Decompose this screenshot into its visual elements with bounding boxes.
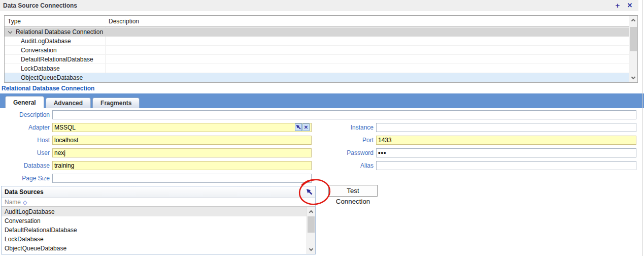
- port-input[interactable]: [376, 136, 636, 145]
- clear-x-icon: ✕: [304, 125, 308, 130]
- host-label: Host: [0, 137, 52, 144]
- list-item-label: ObjectQueueDatabase: [5, 244, 66, 253]
- port-label: Port: [324, 137, 376, 144]
- user-input[interactable]: [52, 148, 312, 157]
- app-window: Data Source Connections + ✕ Type Descrip…: [0, 0, 644, 256]
- password-label: Password: [324, 149, 376, 156]
- close-icon[interactable]: ✕: [625, 1, 634, 11]
- page-size-input[interactable]: [52, 174, 312, 183]
- column-header-description[interactable]: Description: [109, 18, 139, 25]
- data-sources-panel: Data Sources Name◇ AuditLogDatabase Conv…: [1, 186, 316, 254]
- chevron-down-icon[interactable]: [8, 29, 12, 34]
- scrollbar-thumb[interactable]: [630, 27, 637, 51]
- table-row[interactable]: Conversation: [5, 46, 629, 55]
- user-label: User: [0, 149, 52, 156]
- tab[interactable]: Fragments: [92, 98, 140, 108]
- column-header-type[interactable]: Type: [8, 18, 21, 25]
- page-size-field-row: Page Size: [0, 173, 312, 183]
- connections-scrollbar[interactable]: [629, 16, 637, 82]
- table-body: Relational Database Connection AuditLogD…: [5, 27, 629, 82]
- alias-label: Alias: [324, 162, 376, 169]
- scroll-up-icon[interactable]: [629, 16, 637, 24]
- detail-tabbar: General Advanced Fragments: [0, 93, 644, 108]
- adapter-label: Adapter: [0, 124, 52, 131]
- list-item[interactable]: Conversation: [2, 216, 307, 226]
- port-field-row: Port: [324, 135, 636, 145]
- database-input[interactable]: [52, 161, 312, 170]
- scroll-up-icon[interactable]: [307, 207, 315, 216]
- password-field-row: Password: [324, 148, 636, 157]
- sort-diamond-icon: ◇: [23, 199, 27, 205]
- host-field-row: Host: [0, 135, 312, 145]
- group-row-relational-database-connection[interactable]: Relational Database Connection: [5, 27, 629, 37]
- connection-rows: AuditLogDatabase Conversation DefaultRel…: [5, 37, 629, 82]
- tab[interactable]: Advanced: [46, 98, 91, 108]
- panel-titlebar: Data Source Connections + ✕: [0, 0, 638, 11]
- database-label: Database: [0, 162, 52, 169]
- user-field-row: User: [0, 148, 312, 157]
- adapter-field-row: Adapter: [0, 122, 312, 132]
- scrollbar-thumb[interactable]: [308, 216, 315, 233]
- list-item[interactable]: AuditLogDatabase: [2, 207, 307, 216]
- list-item-label: DefaultRelationalDatabase: [5, 226, 77, 235]
- data-sources-header: Data Sources: [2, 186, 315, 198]
- data-sources-picker-arrow-icon[interactable]: [306, 188, 313, 196]
- list-item-label: AuditLogDatabase: [5, 207, 55, 216]
- table-row[interactable]: AuditLogDatabase: [5, 37, 629, 46]
- clear-button[interactable]: ✕: [302, 123, 310, 131]
- tab[interactable]: General: [5, 96, 44, 108]
- adapter-picker-buttons: ✕: [295, 123, 310, 131]
- cursor-arrow-icon: [296, 124, 301, 130]
- scroll-down-icon[interactable]: [629, 74, 637, 82]
- group-row-label: Relational Database Connection: [16, 27, 103, 37]
- table-row[interactable]: ObjectQueueDatabase: [5, 73, 629, 82]
- row-type-cell: ObjectQueueDatabase: [21, 73, 83, 82]
- instance-label: Instance: [324, 124, 376, 131]
- instance-input[interactable]: [376, 123, 636, 132]
- adapter-input[interactable]: [52, 123, 312, 132]
- column-header-name: Name◇: [5, 198, 27, 207]
- alias-field-row: Alias: [324, 161, 636, 170]
- host-input[interactable]: [52, 136, 312, 145]
- window-edge-divider: [642, 0, 643, 256]
- table-header-row: Type Description: [5, 16, 637, 27]
- alias-input[interactable]: [376, 161, 636, 170]
- picker-arrow-button[interactable]: [295, 123, 302, 131]
- list-item[interactable]: ObjectQueueDatabase: [2, 244, 307, 253]
- list-item-label: LockDatabase: [5, 235, 44, 244]
- data-sources-title: Data Sources: [5, 188, 44, 196]
- scroll-down-icon[interactable]: [307, 245, 315, 254]
- list-item-label: Conversation: [5, 216, 41, 226]
- data-sources-column-header[interactable]: Name◇: [2, 198, 315, 207]
- table-row[interactable]: LockDatabase: [5, 64, 629, 73]
- description-label: Description: [0, 111, 52, 118]
- connections-table: Type Description Relational Database Con…: [4, 15, 638, 83]
- add-icon[interactable]: +: [613, 1, 622, 11]
- test-connection-button[interactable]: Test Connection: [328, 185, 378, 197]
- table-row[interactable]: DefaultRelationalDatabase: [5, 55, 629, 64]
- panel-title: Data Source Connections: [3, 2, 77, 9]
- data-sources-list: AuditLogDatabase Conversation DefaultRel…: [2, 207, 307, 253]
- row-type-cell: AuditLogDatabase: [21, 37, 71, 46]
- password-input[interactable]: [376, 148, 636, 157]
- row-type-cell: DefaultRelationalDatabase: [21, 55, 93, 64]
- row-type-cell: Conversation: [21, 46, 57, 55]
- description-input[interactable]: [52, 110, 636, 119]
- list-item[interactable]: DefaultRelationalDatabase: [2, 226, 307, 235]
- detail-heading: Relational Database Connection: [2, 85, 94, 92]
- data-sources-scrollbar[interactable]: [307, 207, 315, 254]
- row-type-cell: LockDatabase: [21, 64, 60, 73]
- instance-field-row: Instance: [324, 122, 636, 132]
- database-field-row: Database: [0, 161, 312, 170]
- description-field-row: Description: [0, 110, 636, 119]
- list-item[interactable]: LockDatabase: [2, 235, 307, 244]
- page-size-label: Page Size: [0, 175, 52, 182]
